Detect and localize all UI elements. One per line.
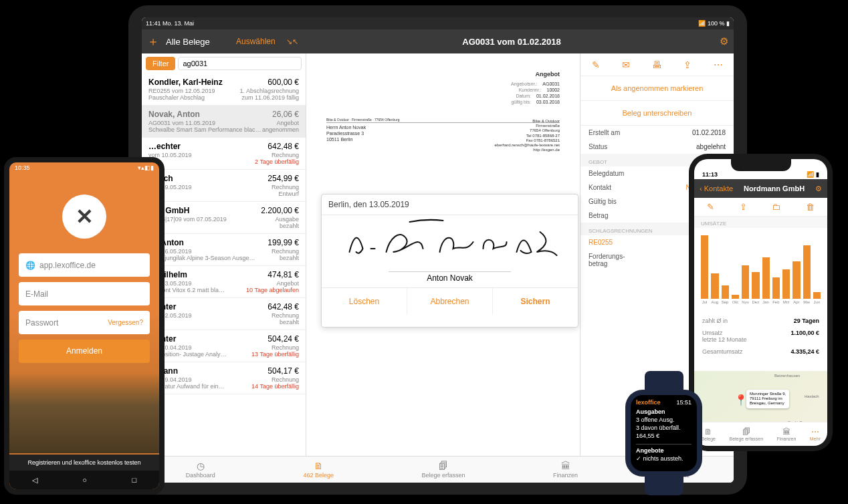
list-item[interactable]: …chter504,24 € vom 30.04.2019Rechnung Si…	[142, 330, 306, 362]
signer-name: Anton Novak	[389, 271, 511, 283]
document-list-panel: Filter Kondler, Karl-Heinz600,00 € RE025…	[142, 53, 306, 456]
filter-button[interactable]: Filter	[146, 57, 175, 70]
address-bubble: Munzinger Straße 9,79111 Freiburg imBrei…	[746, 390, 789, 408]
login-button[interactable]: Anmelden	[19, 340, 150, 363]
chart-bar	[752, 272, 759, 299]
share-icon[interactable]: ⇪	[683, 59, 692, 70]
globe-icon: 🌐	[25, 261, 35, 270]
chart-bar	[792, 261, 800, 299]
list-item[interactable]: …al GmbH2.200,00 € 77723|17|09 vom 07.05…	[142, 202, 306, 234]
edit-icon[interactable]: ✎	[707, 202, 714, 212]
chart-bar	[711, 273, 718, 299]
tab-mehr[interactable]: ⋯Mehr	[810, 427, 821, 441]
ipad-top-bar: ＋ Alle Belege Auswählen ↘↖ AG0031 vom 01…	[142, 29, 734, 53]
revenue-chart: JulAugSepOktNovDezJanFebMrzAprMaiJun	[694, 228, 827, 315]
android-status-bar: 10:35▾▴◧▮	[9, 162, 159, 174]
iphone-nav-bar: ‹ Kontakte Nordmann GmbH ⚙	[694, 179, 827, 198]
list-item[interactable]: Novak, Anton26,06 € AG0031 vom 11.05.201…	[142, 106, 306, 138]
forgot-link[interactable]: Vergessen?	[108, 319, 143, 326]
document-title: AG0031 vom 01.02.2018	[304, 37, 720, 47]
mark-accepted-button[interactable]: Als angenommen markieren	[580, 76, 734, 101]
url-field[interactable]: 🌐app.lexoffice.de	[19, 253, 150, 277]
add-button[interactable]: ＋	[147, 33, 166, 49]
list-item[interactable]: …, Anton199,99 € vom 06.05.2019Rechnung …	[142, 234, 306, 266]
sign-button[interactable]: Beleg unterschreiben	[580, 101, 734, 126]
tab-finanzen[interactable]: 🏛Finanzen	[777, 427, 797, 441]
watch-app-name: lexoffice	[636, 399, 661, 406]
lexoffice-logo	[62, 195, 106, 239]
watch-device: lexoffice 15:51 Ausgaben3 offene Ausg.3 …	[625, 371, 702, 495]
tab-belege-erfassen[interactable]: 🗐Belege erfassen	[729, 427, 763, 441]
list-title: Alle Belege	[166, 37, 236, 47]
gear-icon[interactable]: ⚙	[815, 184, 822, 193]
signature-location: Berlin, den 13.05.2019	[322, 195, 578, 215]
list-item[interactable]: …chter642,48 € vom 02.05.2019Rechnung be…	[142, 298, 306, 330]
list-item[interactable]: …mann504,17 € vom 29.04.2019Rechnung Rep…	[142, 362, 306, 394]
signature-modal: Berlin, den 13.05.2019 Anton Novak Lösch…	[321, 194, 578, 328]
iphone-tab-bar: 🗎Belege🗐Belege erfassen🏛Finanzen⋯Mehr	[694, 422, 827, 446]
search-input[interactable]	[178, 57, 302, 70]
home-icon[interactable]: ○	[82, 476, 87, 484]
list-item[interactable]: …echter642,48 € vom 10.05.2019Rechnung 2…	[142, 138, 306, 170]
background-image	[9, 373, 159, 453]
tab-belege-erfassen[interactable]: 🗐Belege erfassen	[421, 461, 465, 479]
chart-bar	[772, 277, 780, 299]
page-title: Nordmann GmbH	[744, 184, 805, 193]
select-button[interactable]: Auswählen	[236, 37, 286, 46]
chart-bar	[722, 285, 729, 299]
chart-title: UMSÄTZE	[694, 217, 827, 228]
print-icon[interactable]: 🖶	[652, 59, 661, 70]
trash-icon[interactable]: 🗑	[806, 202, 815, 212]
tab-dashboard[interactable]: ◷Dashboard	[186, 461, 215, 479]
more-icon[interactable]: ⋯	[714, 59, 723, 70]
chart-bar	[782, 269, 790, 299]
mail-icon[interactable]: ✉	[622, 59, 630, 70]
chart-bar	[742, 265, 749, 299]
tab-belege[interactable]: 🗎462 Belege	[303, 461, 334, 479]
recents-icon[interactable]: □	[132, 476, 137, 484]
chart-bar	[701, 235, 708, 299]
sig-save-button[interactable]: Sichern	[493, 288, 578, 315]
signature-pad[interactable]: Anton Novak	[322, 215, 578, 288]
back-button[interactable]: ‹ Kontakte	[700, 184, 733, 193]
edit-icon[interactable]: ✎	[592, 59, 600, 70]
chart-bar	[732, 295, 739, 299]
sig-delete-button[interactable]: Löschen	[322, 288, 407, 315]
ipad-status-bar: 11:41 Mo. 13. Mai 📶 100 % ▮	[142, 17, 734, 29]
list-item[interactable]: …tech254,99 € vom 09.05.2019Rechnung Ent…	[142, 170, 306, 202]
iphone-device: 11:13📶 ▮ ‹ Kontakte Nordmann GmbH ⚙ ✎ ⇪ …	[689, 154, 833, 451]
password-field[interactable]: Passwort Vergessen?	[19, 311, 150, 334]
list-item[interactable]: Kondler, Karl-Heinz600,00 € RE0255 vom 1…	[142, 74, 306, 106]
chart-bar	[813, 292, 821, 299]
watch-screen[interactable]: lexoffice 15:51 Ausgaben3 offene Ausg.3 …	[631, 395, 697, 471]
contact-toolbar: ✎ ⇪ 🗀 🗑	[694, 198, 827, 217]
share-icon[interactable]: ⇪	[740, 202, 747, 212]
android-device: 10:35▾▴◧▮ 🌐app.lexoffice.de E-Mail Passw…	[4, 157, 165, 495]
archive-icon[interactable]: 🗀	[772, 202, 780, 212]
chart-bar	[803, 245, 811, 299]
tab-belege[interactable]: 🗎Belege	[701, 427, 716, 441]
chart-bar	[762, 257, 770, 299]
gear-icon[interactable]: ⚙	[720, 35, 728, 47]
email-field[interactable]: E-Mail	[19, 282, 150, 305]
map-pin-icon: 📍	[734, 394, 748, 406]
list-item[interactable]: …Wilhelm474,81 € vom 03.05.2019Angebot r…	[142, 266, 306, 298]
android-nav-bar: ◁ ○ □	[9, 471, 159, 489]
back-icon[interactable]: ◁	[32, 476, 37, 485]
collapse-icon[interactable]: ↘↖	[286, 37, 304, 46]
map[interactable]: 📍 Munzinger Straße 9,79111 Freiburg imBr…	[694, 371, 827, 422]
sig-cancel-button[interactable]: Abbrechen	[407, 288, 493, 315]
register-link[interactable]: Registrieren und lexoffice kostenlos tes…	[9, 455, 159, 471]
watch-time: 15:51	[676, 399, 692, 406]
tab-finanzen[interactable]: 🏛Finanzen	[553, 461, 578, 479]
